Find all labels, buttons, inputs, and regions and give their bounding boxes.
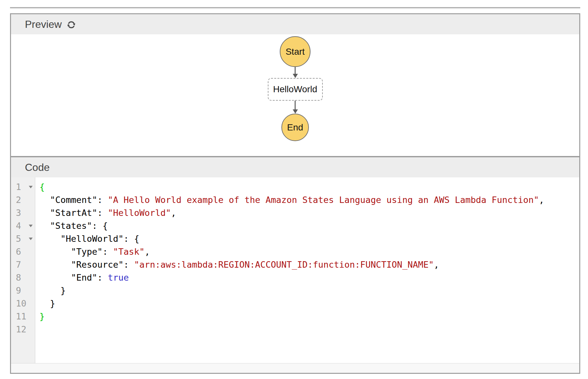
code-text: "States": { — [39, 221, 108, 231]
code-line-6[interactable]: "Type": "Task", — [35, 245, 579, 258]
code-editor[interactable]: 123456789101112 { "Comment": "A Hello Wo… — [11, 177, 579, 363]
task-node[interactable]: HelloWorld — [268, 78, 323, 101]
preview-header: Preview — [11, 14, 579, 34]
code-text: "HelloWorld": { — [39, 234, 139, 244]
code-text: , — [539, 195, 544, 205]
gutter-line-2[interactable]: 2 — [11, 194, 35, 206]
preview-title: Preview — [25, 18, 62, 30]
code-text: , — [434, 260, 439, 270]
code-boolean: true — [108, 273, 129, 283]
state-machine-diagram: Start HelloWorld End — [268, 36, 323, 156]
arrow-task-to-end — [293, 101, 298, 114]
fold-arrow-icon[interactable] — [29, 238, 33, 240]
fold-arrow-icon[interactable] — [29, 186, 33, 188]
editor-text-area[interactable]: { "Comment": "A Hello World example of t… — [35, 177, 579, 363]
code-string: "arn:aws:lambda:REGION:ACCOUNT_ID:functi… — [134, 260, 434, 270]
code-string: "HelloWorld" — [108, 208, 171, 218]
gutter-line-4[interactable]: 4 — [11, 219, 35, 232]
refresh-icon[interactable] — [66, 20, 76, 30]
code-text: "End": — [39, 273, 108, 283]
editor-gutter[interactable]: 123456789101112 — [11, 177, 35, 363]
code-title: Code — [25, 162, 50, 173]
code-line-1[interactable]: { — [35, 181, 579, 194]
code-line-5[interactable]: "HelloWorld": { — [35, 232, 579, 245]
code-text: "StartAt": — [39, 208, 108, 218]
gutter-line-3[interactable]: 3 — [11, 206, 35, 219]
gutter-line-8[interactable]: 8 — [11, 271, 35, 284]
code-line-4[interactable]: "States": { — [35, 219, 579, 232]
code-string: "A Hello World example of the Amazon Sta… — [108, 195, 539, 205]
gutter-line-1[interactable]: 1 — [11, 181, 35, 194]
code-string: "Task" — [113, 247, 145, 257]
code-line-2[interactable]: "Comment": "A Hello World example of the… — [35, 194, 579, 206]
start-node[interactable]: Start — [280, 36, 310, 67]
code-text: "Resource": — [39, 260, 134, 270]
code-text: "Comment": — [39, 195, 108, 205]
code-bracket-highlight: } — [39, 311, 45, 321]
code-line-8[interactable]: "End": true — [35, 271, 579, 284]
task-node-label: HelloWorld — [273, 84, 317, 95]
arrow-shaft — [295, 101, 296, 109]
gutter-line-12[interactable]: 12 — [11, 323, 35, 336]
gutter-line-5[interactable]: 5 — [11, 232, 35, 245]
code-text: } — [39, 298, 55, 308]
preview-canvas: Start HelloWorld End — [11, 34, 579, 156]
code-line-10[interactable]: } — [35, 297, 579, 310]
main-panel: Preview Start HelloWorld En — [10, 13, 580, 374]
code-line-9[interactable]: } — [35, 284, 579, 297]
code-line-11[interactable]: } — [35, 310, 579, 323]
arrow-start-to-task — [293, 67, 298, 78]
gutter-line-7[interactable]: 7 — [11, 258, 35, 271]
arrow-shaft — [295, 67, 296, 74]
arrowhead-icon — [293, 74, 298, 78]
code-line-7[interactable]: "Resource": "arn:aws:lambda:REGION:ACCOU… — [35, 258, 579, 271]
gutter-line-10[interactable]: 10 — [11, 297, 35, 310]
fold-arrow-icon[interactable] — [29, 225, 33, 227]
code-bracket-highlight: { — [39, 182, 45, 192]
code-text: , — [145, 247, 150, 257]
code-text: "Type": — [39, 247, 113, 257]
end-node-label: End — [287, 122, 303, 133]
editor-footer — [11, 363, 579, 373]
code-text: , — [171, 208, 176, 218]
code-line-3[interactable]: "StartAt": "HelloWorld", — [35, 206, 579, 219]
gutter-line-11[interactable]: 11 — [11, 310, 35, 323]
arrowhead-icon — [293, 109, 298, 114]
gutter-line-9[interactable]: 9 — [11, 284, 35, 297]
code-text: } — [39, 285, 66, 295]
start-node-label: Start — [286, 47, 305, 57]
top-divider — [10, 7, 580, 8]
code-line-12[interactable] — [35, 323, 579, 336]
end-node[interactable]: End — [281, 114, 309, 141]
code-header: Code — [11, 157, 579, 177]
gutter-line-6[interactable]: 6 — [11, 245, 35, 258]
